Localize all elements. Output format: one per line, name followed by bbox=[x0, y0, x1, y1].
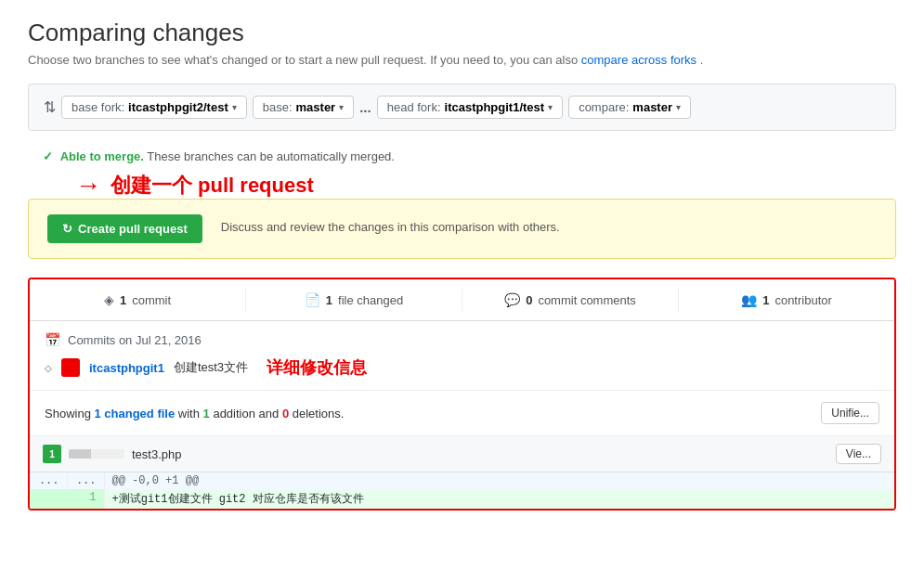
contributors-stat[interactable]: 👥 1 contributor bbox=[679, 289, 894, 311]
comments-icon: 💬 bbox=[504, 292, 520, 307]
pr-annotation: → 创建一个 pull request bbox=[75, 172, 314, 200]
hunk-content: @@ -0,0 +1 @@ bbox=[104, 472, 894, 489]
stats-bar: ◈ 1 commit 📄 1 file changed 💬 0 commit c… bbox=[30, 279, 894, 321]
branch-bar: ⇅ base fork: itcastphpgit2/test ▾ base: … bbox=[28, 84, 896, 131]
add-right-num: 1 bbox=[67, 489, 104, 509]
commit-date-text: Commits on Jul 21, 2016 bbox=[68, 333, 202, 347]
showing-prefix: Showing bbox=[45, 407, 94, 420]
pr-btn-label: Create pull request bbox=[78, 222, 188, 236]
compare-branch-select[interactable]: compare: master ▾ bbox=[568, 96, 691, 119]
diff-table: ... ... @@ -0,0 +1 @@ 1 +测试git1创建文件 git2… bbox=[30, 472, 894, 509]
commit-diamond-icon: ◇ bbox=[45, 363, 52, 373]
author-avatar bbox=[61, 358, 80, 377]
page-subtitle: Choose two branches to see what's change… bbox=[28, 53, 896, 67]
commit-annotation-text: 详细修改信息 bbox=[267, 356, 367, 379]
merge-check-icon: ✓ bbox=[43, 149, 53, 163]
contributors-label: contributor bbox=[774, 293, 831, 307]
comments-label: commit comments bbox=[538, 293, 635, 307]
comments-count: 0 bbox=[526, 293, 532, 307]
compare-dots: ... bbox=[359, 99, 371, 115]
files-count: 1 bbox=[326, 293, 332, 307]
pr-creation-box: → 创建一个 pull request ↻ Create pull reques… bbox=[28, 199, 896, 259]
page-title: Comparing changes bbox=[28, 19, 896, 47]
calendar-icon: 📅 bbox=[45, 332, 60, 347]
add-left-num bbox=[30, 489, 67, 509]
view-file-button[interactable]: Vie... bbox=[836, 444, 881, 464]
able-to-merge-text: Able to merge. bbox=[60, 149, 144, 163]
files-label: file changed bbox=[338, 293, 403, 307]
diff-add-row: 1 +测试git1创建文件 git2 对应仓库是否有该文件 bbox=[30, 489, 894, 509]
pr-description: Discuss and review the changes in this c… bbox=[221, 214, 560, 234]
files-icon: 📄 bbox=[305, 292, 320, 307]
diff-container: ◈ 1 commit 📄 1 file changed 💬 0 commit c… bbox=[28, 278, 896, 511]
pr-btn-icon: ↻ bbox=[62, 222, 72, 236]
commits-label: commit bbox=[132, 293, 171, 307]
comments-stat[interactable]: 💬 0 commit comments bbox=[462, 289, 679, 311]
summary-text: Showing 1 changed file with 1 addition a… bbox=[45, 407, 344, 420]
commit-row: ◇ itcastphpgit1 创建test3文件 详细修改信息 bbox=[45, 356, 879, 379]
base-branch-select[interactable]: base: master ▾ bbox=[253, 96, 354, 119]
file-diff-header: 1 test3.php Vie... bbox=[30, 436, 894, 472]
unified-button[interactable]: Unifie... bbox=[821, 402, 879, 424]
create-pull-request-button[interactable]: ↻ Create pull request bbox=[47, 214, 202, 243]
filename: test3.php bbox=[132, 447, 182, 461]
contributors-icon: 👥 bbox=[741, 292, 757, 307]
commits-count: 1 bbox=[120, 293, 126, 307]
add-content: +测试git1创建文件 git2 对应仓库是否有该文件 bbox=[104, 489, 894, 509]
summary-middle: with bbox=[178, 407, 203, 420]
merge-status-rest: These branches can be automatically merg… bbox=[147, 149, 395, 163]
changed-file-link[interactable]: 1 changed file bbox=[94, 407, 175, 420]
contributors-count: 1 bbox=[762, 293, 769, 307]
compare-icon: ⇅ bbox=[44, 98, 56, 116]
changed-files-summary: Showing 1 changed file with 1 addition a… bbox=[30, 391, 894, 436]
arrow-icon: → bbox=[75, 173, 101, 199]
commit-date: 📅 Commits on Jul 21, 2016 bbox=[45, 332, 879, 347]
commit-message: 创建test3文件 bbox=[174, 359, 248, 376]
commits-stat[interactable]: ◈ 1 commit bbox=[30, 289, 246, 311]
deletions-count: 0 bbox=[282, 407, 289, 420]
files-stat[interactable]: 📄 1 file changed bbox=[246, 289, 462, 311]
hunk-left-num: ... bbox=[30, 472, 67, 489]
diff-hunk-row: ... ... @@ -0,0 +1 @@ bbox=[30, 472, 894, 489]
additions-count: 1 bbox=[203, 407, 210, 420]
hunk-right-num: ... bbox=[67, 472, 104, 489]
summary-and: and bbox=[259, 407, 282, 420]
file-line-num: 1 bbox=[43, 445, 61, 463]
annotation-text: 创建一个 pull request bbox=[111, 172, 314, 200]
commits-icon: ◈ bbox=[104, 292, 114, 307]
commit-section: 📅 Commits on Jul 21, 2016 ◇ itcastphpgit… bbox=[30, 321, 894, 391]
merge-status: ✓ Able to merge. These branches can be a… bbox=[28, 142, 896, 171]
commit-author-link[interactable]: itcastphpgit1 bbox=[89, 361, 164, 375]
head-fork-select[interactable]: head fork: itcastphpgit1/test ▾ bbox=[377, 96, 563, 119]
additions-label: addition bbox=[213, 407, 255, 420]
compare-forks-link[interactable]: compare across forks bbox=[581, 53, 696, 67]
base-fork-select[interactable]: base fork: itcastphpgit2/test ▾ bbox=[61, 96, 247, 119]
file-color-bar bbox=[69, 449, 124, 459]
deletions-label: deletions. bbox=[293, 407, 345, 420]
